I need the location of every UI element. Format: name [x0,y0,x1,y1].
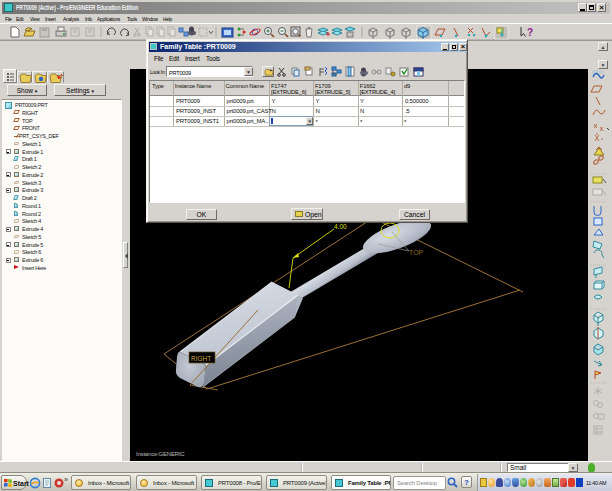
svg-text:Instance:GENERIC: Instance:GENERIC [136,451,185,457]
svg-text:4.00: 4.00 [334,223,347,230]
svg-text:TOP: TOP [409,249,424,256]
svg-text:RIGHT: RIGHT [191,355,211,362]
svg-text:?: ? [527,27,533,38]
